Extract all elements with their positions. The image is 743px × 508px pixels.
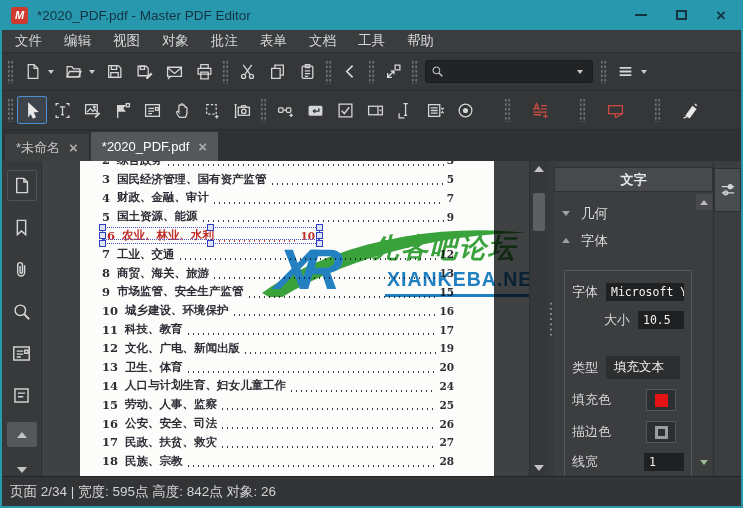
copy-icon <box>269 63 286 80</box>
combobox-icon <box>367 102 384 119</box>
save-button[interactable] <box>99 58 129 86</box>
panel-scroll-down-icon[interactable] <box>696 454 712 470</box>
eraser-button[interactable] <box>675 96 705 124</box>
sidebar-scroll-down-button[interactable] <box>7 458 37 476</box>
document-tab-2[interactable]: *2020_PDF.pdf× <box>91 132 218 161</box>
menu-5[interactable]: 批注 <box>200 30 249 52</box>
search-input[interactable] <box>444 64 576 80</box>
toc-entry-number: 4 <box>102 191 110 205</box>
snapshot-button[interactable] <box>227 96 257 124</box>
scroll-up-icon[interactable] <box>530 161 548 177</box>
selection-handle[interactable] <box>207 240 214 247</box>
toolbar-grip <box>222 60 229 84</box>
toc-entry-title: 财政、金融、审计 <box>117 190 209 205</box>
sidebar-search-doc-button[interactable] <box>7 296 37 327</box>
font-size-field[interactable]: 10.5 <box>638 311 684 329</box>
document-tab-1[interactable]: *未命名× <box>5 134 89 161</box>
menu-9[interactable]: 帮助 <box>396 30 445 52</box>
tab-close-icon[interactable]: × <box>198 139 207 154</box>
scrollbar-thumb[interactable] <box>533 193 545 231</box>
selection-handle[interactable] <box>316 240 323 247</box>
menu-4[interactable]: 对象 <box>151 30 200 52</box>
text-field-button[interactable] <box>390 96 420 124</box>
radio-button-button[interactable] <box>450 96 480 124</box>
tab-close-icon[interactable]: × <box>69 140 78 155</box>
cut-button[interactable] <box>232 58 262 86</box>
list-box-button[interactable] <box>420 96 450 124</box>
selection-handle[interactable] <box>316 224 323 231</box>
panel-scroll-up-icon[interactable] <box>696 194 712 210</box>
edit-text-button[interactable] <box>47 96 77 124</box>
new-document-dropdown-icon[interactable] <box>48 70 54 74</box>
menu-8[interactable]: 工具 <box>347 30 396 52</box>
link-button[interactable] <box>270 96 300 124</box>
toc-row-selected[interactable]: 6农业、林业、水利10 <box>102 226 454 245</box>
copy-button[interactable] <box>262 58 292 86</box>
selection-handle[interactable] <box>99 224 106 231</box>
toolbar-grip <box>7 60 14 84</box>
edit-image-button[interactable] <box>77 96 107 124</box>
email-button[interactable] <box>159 58 189 86</box>
toolbar-grip <box>411 60 418 84</box>
menu-3[interactable]: 视图 <box>102 30 151 52</box>
sidebar-page-thumbnails-button[interactable] <box>7 170 37 201</box>
menu-1[interactable]: 文件 <box>4 30 53 52</box>
new-document-button[interactable] <box>17 58 47 86</box>
edit-form-icon <box>144 102 161 119</box>
maximize-button[interactable] <box>661 0 701 30</box>
edit-path-icon <box>114 102 131 119</box>
print-button[interactable] <box>189 58 219 86</box>
scroll-down-icon[interactable] <box>530 460 548 476</box>
checkbox-button[interactable] <box>330 96 360 124</box>
fit-page-icon <box>385 63 402 80</box>
toc-entry-page: 25 <box>439 399 454 411</box>
save-as-button[interactable] <box>129 58 159 86</box>
panel-scrollbar[interactable] <box>696 192 713 476</box>
search-dropdown-icon[interactable] <box>577 70 583 74</box>
text-type-select[interactable]: 填充文本 <box>606 356 680 379</box>
select-cursor-button[interactable] <box>17 96 47 124</box>
menu-dropdown-icon[interactable] <box>641 70 647 74</box>
annotation-rect-icon <box>607 102 624 119</box>
selection-handle[interactable] <box>99 240 106 247</box>
panel-splitter[interactable] <box>547 161 554 476</box>
enter-key-button[interactable] <box>300 96 330 124</box>
fit-page-button[interactable] <box>378 58 408 86</box>
hand-button[interactable] <box>167 96 197 124</box>
menu-2[interactable]: 编辑 <box>53 30 102 52</box>
selection-handle[interactable] <box>207 224 214 231</box>
edit-form-button[interactable] <box>137 96 167 124</box>
sidebar-annotations-button[interactable] <box>7 380 37 411</box>
toc-entry-number: 14 <box>102 379 118 393</box>
section-geometry[interactable]: 几何 <box>562 200 696 227</box>
menu-6[interactable]: 表单 <box>249 30 298 52</box>
open-folder-dropdown-icon[interactable] <box>89 70 95 74</box>
properties-toggle-tab[interactable] <box>714 168 741 212</box>
document-scrollbar[interactable] <box>529 161 547 476</box>
menu-button[interactable] <box>610 58 640 86</box>
sidebar-attachments-button[interactable] <box>7 254 37 285</box>
annotation-rect-button[interactable] <box>600 96 630 124</box>
toc-entry-page: 26 <box>439 418 454 430</box>
edit-path-button[interactable] <box>107 96 137 124</box>
section-font[interactable]: 字体 <box>562 227 696 254</box>
line-width-field[interactable]: 1 <box>644 453 684 471</box>
back-button[interactable] <box>335 58 365 86</box>
font-family-field[interactable]: Microsoft YaHei <box>606 283 684 301</box>
properties-panel: 文字 几何 字体 字体 <box>554 161 741 476</box>
add-text-note-button[interactable] <box>525 96 555 124</box>
paste-button[interactable] <box>292 58 322 86</box>
select-area-button[interactable] <box>197 96 227 124</box>
combobox-button[interactable] <box>360 96 390 124</box>
selection-handle[interactable] <box>316 232 323 239</box>
selection-handle[interactable] <box>99 232 106 239</box>
close-button[interactable]: × <box>701 0 741 30</box>
stroke-color-button[interactable] <box>646 421 676 443</box>
sidebar-form-fields-button[interactable] <box>7 338 37 369</box>
minimize-button[interactable] <box>621 0 661 30</box>
sidebar-scroll-up-button[interactable] <box>7 422 37 447</box>
sidebar-bookmarks-button[interactable] <box>7 212 37 243</box>
fill-color-button[interactable] <box>646 389 676 411</box>
open-folder-button[interactable] <box>58 58 88 86</box>
menu-7[interactable]: 文档 <box>298 30 347 52</box>
